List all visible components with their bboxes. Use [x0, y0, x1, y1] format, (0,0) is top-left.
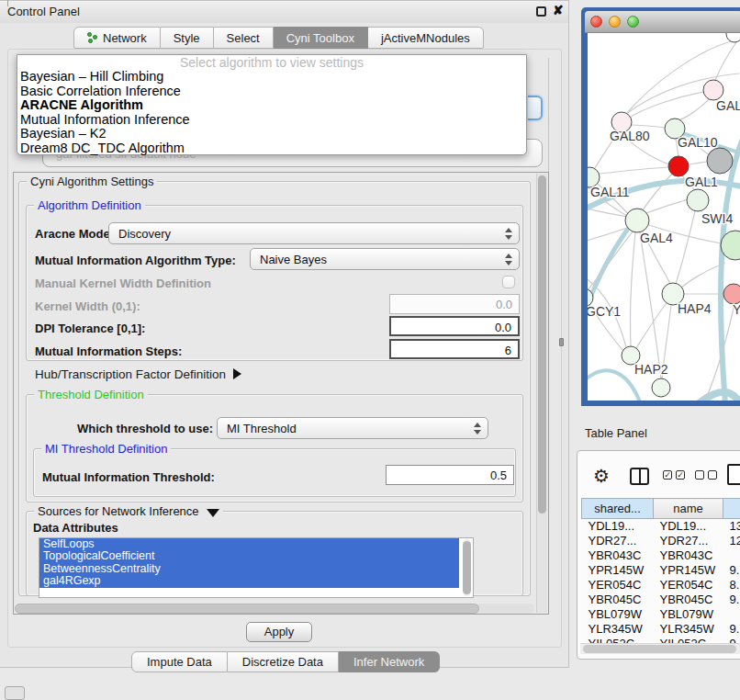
- algorithm-option[interactable]: Bayesian – Hill Climbing: [17, 70, 526, 85]
- table-row[interactable]: YBR043CYBR043C: [582, 548, 740, 563]
- table-cell[interactable]: YDR27...: [582, 534, 654, 548]
- table-cell[interactable]: YBR043C: [582, 548, 654, 563]
- splitter-grip[interactable]: [559, 338, 564, 346]
- tab-discretize-data[interactable]: Discretize Data: [228, 651, 339, 672]
- select-all-checkboxes-icon[interactable]: ✓✓: [663, 470, 685, 480]
- settings-horizontal-scrollbar-thumb[interactable]: [15, 604, 479, 614]
- table-cell[interactable]: YLR345W: [654, 622, 723, 637]
- algorithm-option[interactable]: ARACNE Algorithm: [17, 98, 526, 113]
- table-row[interactable]: YDR27...YDR27...12: [582, 534, 740, 548]
- tab-label: Network: [103, 31, 147, 45]
- column-header[interactable]: A: [723, 499, 740, 519]
- table-cell[interactable]: YER054C: [654, 578, 723, 593]
- table-cell[interactable]: YBR043C: [654, 548, 723, 563]
- table-cell[interactable]: 13: [723, 519, 740, 534]
- close-panel-icon[interactable]: ✘: [553, 3, 564, 17]
- table-cell[interactable]: YDR27...: [654, 534, 723, 548]
- network-node[interactable]: [652, 378, 670, 397]
- algorithm-option[interactable]: Bayesian – K2: [17, 127, 526, 141]
- table-row[interactable]: YBR045CYBR045C9.: [582, 593, 740, 607]
- tab-impute-data[interactable]: Impute Data: [131, 651, 228, 672]
- table-cell[interactable]: 9.: [723, 563, 740, 578]
- mi-steps-label: Mutual Information Steps:: [35, 344, 182, 358]
- network-canvas[interactable]: GALGAL80GAL10GAL11GAL1SWI4GAL4GCY1HAP4YH…: [588, 33, 740, 401]
- table-cell[interactable]: 9.: [723, 637, 740, 644]
- table-horizontal-scrollbar-thumb[interactable]: [583, 645, 736, 653]
- table-row[interactable]: YDL19...YDL19...13: [582, 519, 740, 534]
- algorithm-option[interactable]: Mutual Information Inference: [17, 113, 526, 128]
- table-cell[interactable]: YIL052C: [582, 637, 654, 644]
- mi-algorithm-type-combo[interactable]: Naive Bayes: [250, 248, 520, 270]
- table-cell[interactable]: 8.: [723, 578, 740, 593]
- apply-button[interactable]: Apply: [246, 622, 312, 642]
- table-cell[interactable]: YDL19...: [654, 519, 723, 534]
- sources-toggle[interactable]: Sources for Network Inference: [34, 504, 223, 518]
- table-row[interactable]: YIL052CYIL052C9.: [582, 637, 740, 644]
- network-node[interactable]: [726, 33, 740, 42]
- table-cell[interactable]: YDL19...: [582, 519, 654, 534]
- attribute-list-item[interactable]: TopologicalCoefficient: [39, 550, 459, 562]
- network-node-gal4[interactable]: [625, 209, 649, 232]
- table-cell[interactable]: YBL079W: [654, 607, 723, 622]
- deselect-all-checkboxes-icon[interactable]: [695, 470, 717, 480]
- tab-jactivemnodules[interactable]: jActiveMNodules: [368, 27, 484, 49]
- table-row[interactable]: YLR345WYLR345W9.: [582, 622, 740, 637]
- attributes-list-scrollbar-thumb[interactable]: [463, 541, 471, 594]
- float-window-icon[interactable]: [536, 6, 546, 17]
- table-cell[interactable]: YLR345W: [582, 622, 654, 637]
- columns-icon[interactable]: [630, 468, 649, 485]
- table-cell[interactable]: YBR045C: [654, 593, 723, 607]
- table-cell[interactable]: YBL079W: [582, 607, 654, 622]
- network-node-gal1[interactable]: [687, 189, 709, 211]
- inference-algorithm-combo-edge[interactable]: [528, 96, 543, 120]
- network-node[interactable]: [707, 148, 733, 174]
- data-attributes-label: Data Attributes: [33, 521, 118, 535]
- settings-vertical-scrollbar-thumb[interactable]: [538, 175, 546, 514]
- kernel-width-field[interactable]: 0.0: [389, 294, 520, 314]
- which-threshold-combo[interactable]: MI Threshold: [217, 417, 488, 439]
- network-node-y[interactable]: [723, 284, 740, 304]
- dpi-tolerance-field[interactable]: 0.0: [389, 316, 520, 336]
- network-node[interactable]: [668, 156, 689, 176]
- table-row[interactable]: YBL079WYBL079W: [582, 607, 740, 622]
- tab-network[interactable]: Network: [73, 27, 161, 49]
- table-cell[interactable]: 9.: [723, 593, 740, 607]
- mi-steps-field[interactable]: 6: [389, 339, 520, 359]
- table-cell[interactable]: YER054C: [582, 578, 654, 593]
- algorithm-option[interactable]: Dream8 DC_TDC Algorithm: [17, 141, 526, 156]
- data-attributes-list[interactable]: SelfLoopsTopologicalCoefficientBetweenne…: [39, 537, 474, 598]
- attribute-list-item[interactable]: gal4RGexp: [39, 575, 459, 587]
- window-close-button[interactable]: [590, 16, 602, 28]
- table-row[interactable]: YER054CYER054C8.: [582, 578, 740, 593]
- hub-definition-toggle[interactable]: Hub/Transcription Factor Definition: [35, 367, 241, 381]
- node-table: shared...nameA YDL19...YDL19...13YDR27..…: [581, 498, 740, 643]
- table-cell[interactable]: [723, 548, 740, 563]
- cyni-bottom-tabs: Impute DataDiscretize DataInfer Network: [131, 651, 440, 672]
- table-cell[interactable]: YPR145W: [582, 563, 654, 578]
- table-row[interactable]: YPR145WYPR145W9.: [582, 563, 740, 578]
- tab-infer-network[interactable]: Infer Network: [339, 651, 440, 672]
- table-cell[interactable]: 12: [723, 534, 740, 548]
- aracne-mode-combo[interactable]: Discovery: [108, 222, 520, 244]
- minimized-panel-button[interactable]: [5, 686, 25, 700]
- attribute-list-item[interactable]: BetweennessCentrality: [39, 563, 459, 575]
- tab-style[interactable]: Style: [161, 27, 214, 49]
- attribute-list-item[interactable]: SelfLoops: [39, 538, 459, 550]
- network-node-gal[interactable]: [703, 80, 723, 100]
- gear-icon[interactable]: ⚙: [593, 465, 610, 487]
- window-zoom-button[interactable]: [627, 16, 639, 28]
- tab-cyni-toolbox[interactable]: Cyni Toolbox: [274, 27, 368, 49]
- tab-select[interactable]: Select: [214, 27, 274, 49]
- window-minimize-button[interactable]: [609, 16, 621, 28]
- table-cell[interactable]: YIL052C: [654, 637, 723, 644]
- column-header[interactable]: name: [654, 499, 723, 519]
- document-icon[interactable]: [727, 464, 740, 485]
- table-cell[interactable]: YBR045C: [582, 593, 654, 607]
- table-cell[interactable]: [723, 607, 740, 622]
- table-cell[interactable]: 9.: [723, 622, 740, 637]
- column-header[interactable]: shared...: [582, 499, 654, 519]
- table-cell[interactable]: YPR145W: [654, 563, 723, 578]
- algorithm-option[interactable]: Basic Correlation Inference: [17, 85, 526, 99]
- mi-threshold-field[interactable]: 0.5: [386, 465, 514, 485]
- manual-kernel-checkbox[interactable]: [502, 276, 515, 288]
